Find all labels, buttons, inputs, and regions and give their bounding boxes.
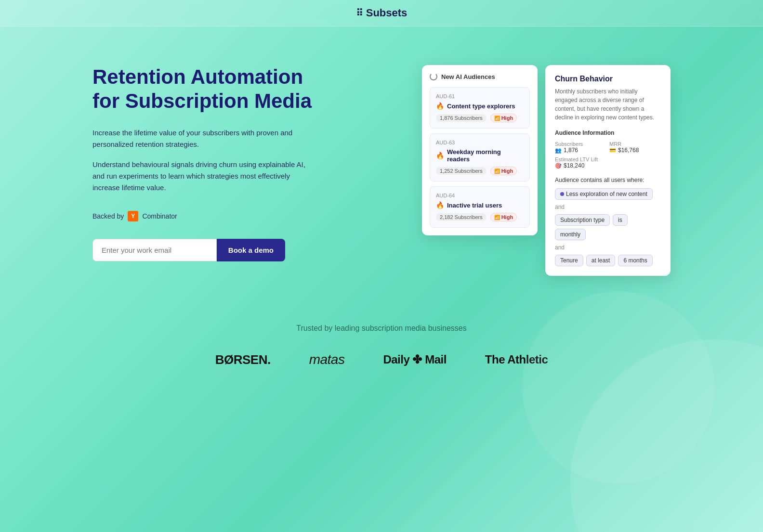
is-tag: is xyxy=(613,214,628,226)
and-connector-2: and xyxy=(555,244,661,251)
high-badge-1: 📶 High xyxy=(490,114,517,122)
fire-icon-1: 🔥 xyxy=(436,102,444,110)
logo-icon: ⠿ xyxy=(356,7,363,19)
audience-card-1[interactable]: AUD-61 🔥 Content type explorers 1,876 Su… xyxy=(430,87,530,129)
subscribers-value: 1,876 xyxy=(564,147,578,154)
signal-icon-1: 📶 xyxy=(494,116,500,121)
email-form: Book a demo xyxy=(92,239,285,261)
the-athletic-logo: The Athletic xyxy=(485,353,548,366)
ai-spinner-icon xyxy=(430,73,437,80)
mrr-icon: 💳 xyxy=(609,147,616,154)
card-id-3: AUD-64 xyxy=(436,193,524,198)
card-meta-2: 1,252 Subscribers 📶 High xyxy=(436,167,524,175)
card-title-1: Content type explorers xyxy=(447,103,515,110)
subscribers-badge-3: 2,182 Subscribers xyxy=(436,213,487,221)
backed-by-label: Backed by xyxy=(92,212,124,220)
info-grid: Subscribers 👥 1,876 MRR 💳 $16,768 Estima… xyxy=(555,141,661,169)
logos-row: BØRSEN. matas Daily ✤ Mail The Athletic xyxy=(0,352,763,367)
card-meta-1: 1,876 Subscribers 📶 High xyxy=(436,114,524,122)
backed-by: Backed by Y Combinator xyxy=(92,211,314,221)
hero-title: Retention Automation for Subscription Me… xyxy=(92,65,314,114)
email-input[interactable] xyxy=(92,239,217,261)
trusted-section: Trusted by leading subscription media bu… xyxy=(0,305,763,377)
subscription-type-tag: Subscription type xyxy=(555,214,610,226)
churn-title: Churn Behavior xyxy=(555,75,661,83)
churn-panel: Churn Behavior Monthly subscribers who i… xyxy=(545,65,671,276)
hero-section: Retention Automation for Subscription Me… xyxy=(44,26,719,305)
daily-mail-logo: Daily ✤ Mail xyxy=(383,353,446,366)
audience-info-title: Audience Information xyxy=(555,130,661,136)
filter-dot xyxy=(560,192,564,196)
logo-text: Subsets xyxy=(366,7,408,19)
risk-label-3: High xyxy=(501,214,513,220)
combinator-label: Combinator xyxy=(142,212,177,220)
fire-icon-2: 🔥 xyxy=(436,152,444,159)
logo[interactable]: ⠿ Subsets xyxy=(356,7,408,19)
filter-chip-exploration: Less exploration of new content xyxy=(555,188,653,200)
monthly-tag: monthly xyxy=(555,229,586,240)
card-id-2: AUD-63 xyxy=(436,140,524,145)
high-badge-2: 📶 High xyxy=(490,167,517,175)
subscribers-badge-1: 1,876 Subscribers xyxy=(436,114,487,122)
at-least-tag: at least xyxy=(586,255,616,266)
churn-description: Monthly subscribers who initially engage… xyxy=(555,87,661,122)
matas-logo: matas xyxy=(309,352,345,367)
info-label-ltv: Estimated LTV Lift 🎯 $18,240 xyxy=(555,156,661,169)
subscribers-icon: 👥 xyxy=(555,147,562,154)
card-title-row-1: 🔥 Content type explorers xyxy=(436,102,524,110)
ltv-value: $18,240 xyxy=(564,162,584,169)
audience-card-3[interactable]: AUD-64 🔥 Inactive trial users 2,182 Subs… xyxy=(430,186,530,228)
hero-left: Retention Automation for Subscription Me… xyxy=(92,65,314,261)
high-badge-3: 📶 High xyxy=(490,213,517,221)
filter-chip-text: Less exploration of new content xyxy=(566,191,647,197)
filter-row-tenure: Tenure at least 6 months xyxy=(555,255,661,266)
info-label-mrr: MRR 💳 $16,768 xyxy=(609,141,661,154)
signal-icon-3: 📶 xyxy=(494,215,500,220)
audience-card-2[interactable]: AUD-63 🔥 Weekday morning readers 1,252 S… xyxy=(430,133,530,182)
and-connector-1: and xyxy=(555,204,661,210)
tenure-tag: Tenure xyxy=(555,255,583,266)
card-id-1: AUD-61 xyxy=(436,93,524,99)
months-tag: 6 months xyxy=(618,255,652,266)
hero-right: New AI Audiences AUD-61 🔥 Content type e… xyxy=(333,65,671,276)
audience-contains-title: Audience contains all users where: xyxy=(555,177,661,183)
ltv-icon: 🎯 xyxy=(555,163,562,169)
card-meta-3: 2,182 Subscribers 📶 High xyxy=(436,213,524,221)
audience-panel-title: New AI Audiences xyxy=(441,73,495,80)
audience-panel: New AI Audiences AUD-61 🔥 Content type e… xyxy=(422,65,538,235)
book-demo-button[interactable]: Book a demo xyxy=(217,239,285,261)
risk-label-2: High xyxy=(501,168,513,174)
card-title-row-2: 🔥 Weekday morning readers xyxy=(436,148,524,163)
header: ⠿ Subsets xyxy=(0,0,763,26)
card-title-2: Weekday morning readers xyxy=(447,148,524,163)
borsen-logo: BØRSEN. xyxy=(215,352,271,367)
card-title-row-3: 🔥 Inactive trial users xyxy=(436,201,524,209)
mrr-value: $16,768 xyxy=(618,147,639,154)
trusted-title: Trusted by leading subscription media bu… xyxy=(0,324,763,333)
filter-row-subscription: Subscription type is monthly xyxy=(555,214,661,240)
audience-panel-header: New AI Audiences xyxy=(430,73,530,80)
hero-description-1: Increase the lifetime value of your subs… xyxy=(92,127,314,150)
card-title-3: Inactive trial users xyxy=(447,202,502,209)
signal-icon-2: 📶 xyxy=(494,169,500,174)
yc-badge: Y xyxy=(128,211,138,221)
subscribers-badge-2: 1,252 Subscribers xyxy=(436,167,487,175)
risk-label-1: High xyxy=(501,115,513,121)
fire-icon-3: 🔥 xyxy=(436,201,444,209)
info-label-subscribers: Subscribers 👥 1,876 xyxy=(555,141,606,154)
hero-description-2: Understand behavioural signals driving c… xyxy=(92,159,314,194)
